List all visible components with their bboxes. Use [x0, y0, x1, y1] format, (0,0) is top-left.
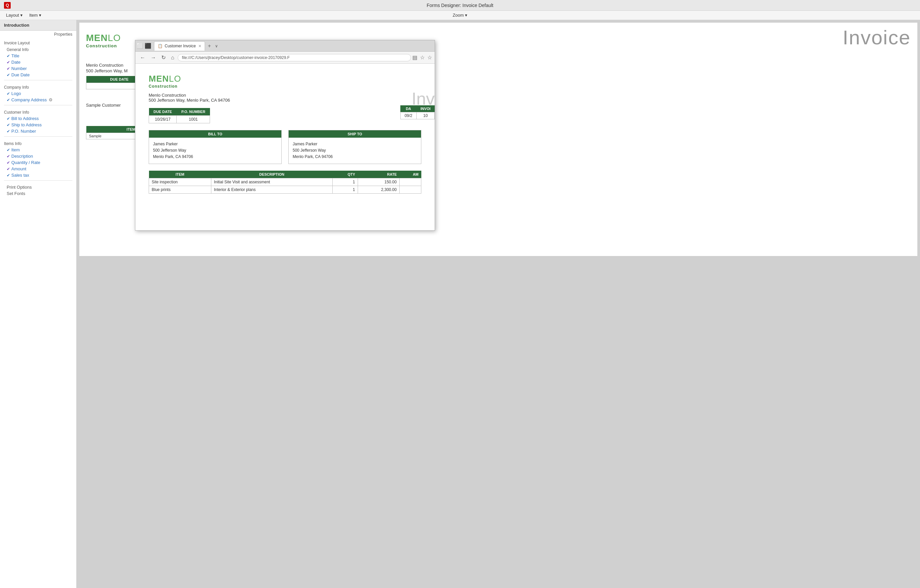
title-label: Title — [11, 53, 19, 58]
sidebar-item-description[interactable]: ✔ Description — [4, 153, 72, 159]
po-number-col-header: P.O. NUMBER — [177, 108, 210, 116]
invoice-layout-header: Invoice Layout — [4, 39, 72, 46]
browser-favorites-icon[interactable]: ☆ — [427, 54, 432, 61]
browser-tab-close[interactable]: ✕ — [198, 44, 201, 49]
check-item: ✔ — [6, 147, 10, 152]
inv-logo: MENLO Construction — [149, 74, 421, 89]
ship-to-header: SHIP TO — [289, 130, 421, 138]
amount-col-header: AM — [399, 171, 421, 178]
browser-forward-button[interactable]: → — [149, 54, 158, 62]
menu-item[interactable]: Item ▾ — [26, 12, 45, 19]
sidebar-item-logo[interactable]: ✔ Logo — [4, 90, 72, 97]
browser-tab-active[interactable]: 📋 Customer Invoice ✕ — [154, 41, 205, 51]
check-due-date: ✔ — [6, 73, 10, 77]
ship-to-address2: Menlo Park, CA 94706 — [293, 154, 417, 160]
title-bar-text: Forms Designer: Invoice Default — [427, 3, 493, 8]
bill-to-body: James Parker 500 Jefferson Way Menlo Par… — [149, 138, 281, 164]
sample-customer-bg: Sample Customer — [86, 103, 121, 108]
sidebar-item-number[interactable]: ✔ Number — [4, 65, 72, 72]
qty-col-header: QTY — [332, 171, 358, 178]
app-icon: Q — [4, 2, 11, 9]
sidebar-item-ship-to[interactable]: ✔ Ship to Address — [4, 121, 72, 128]
check-bill-to: ✔ — [6, 116, 10, 121]
logo-construction-bg: Construction — [86, 43, 121, 49]
company-info-header: Company Info — [4, 84, 72, 90]
browser-page-icon-1: ⬜ — [137, 43, 143, 49]
sidebar-section-items: Items Info ✔ Item ✔ Description ✔ Quanti… — [0, 138, 76, 179]
check-description: ✔ — [6, 154, 10, 159]
menu-zoom[interactable]: Zoom ▾ — [453, 13, 467, 18]
invoice-title-bg: Invoice — [843, 26, 911, 49]
browser-favorite-icon[interactable]: ☆ — [420, 54, 425, 61]
check-po-number: ✔ — [6, 129, 10, 134]
check-logo: ✔ — [6, 91, 10, 96]
browser-tab-bar: ⬜ ⬛ 📋 Customer Invoice ✕ + ∨ — [135, 40, 435, 52]
item-label: Item — [11, 147, 19, 152]
bill-to-address1: 500 Jefferson Way — [153, 147, 277, 154]
sidebar-item-bill-to[interactable]: ✔ Bill to Address — [4, 115, 72, 121]
browser-refresh-button[interactable]: ↻ — [159, 53, 168, 62]
company-addr-bg: 500 Jefferson Way, M — [86, 68, 128, 73]
sidebar-item-amount[interactable]: ✔ Amount — [4, 166, 72, 172]
sidebar-item-title[interactable]: ✔ Title — [4, 53, 72, 59]
company-address-label: Company Address — [11, 97, 47, 102]
inv-ship-to-box: SHIP TO James Parker 500 Jefferson Way M… — [288, 130, 421, 164]
table-row: 10/26/17 1001 — [149, 116, 210, 123]
sidebar-item-due-date[interactable]: ✔ Due Date — [4, 72, 72, 78]
customer-info-header: Customer Info — [4, 109, 72, 115]
sidebar-item-sales-tax[interactable]: ✔ Sales tax — [4, 172, 72, 178]
browser-tab-more[interactable]: ∨ — [213, 44, 220, 49]
bill-to-name: James Parker — [153, 141, 277, 147]
description-label: Description — [11, 154, 33, 159]
inv-company-address: 500 Jefferson Way, Menlo Park, CA 94706 — [149, 98, 421, 103]
description-col-header: DESCRIPTION — [211, 171, 332, 178]
check-ship-to: ✔ — [6, 123, 10, 127]
due-date-value: 10/26/17 — [149, 116, 177, 123]
browser-reader-icon[interactable]: ▤ — [412, 54, 417, 61]
rate-col-header: RATE — [358, 171, 399, 178]
company-name-bg: Menlo Construction — [86, 63, 123, 68]
bill-to-label: Bill to Address — [11, 116, 39, 121]
sidebar-item-qty-rate[interactable]: ✔ Quantity / Rate — [4, 159, 72, 166]
bill-to-header: BILL TO — [149, 130, 281, 138]
ship-to-label: Ship to Address — [11, 122, 42, 127]
main-layout: Introduction Properties Invoice Layout G… — [0, 20, 920, 588]
ship-to-address1: 500 Jefferson Way — [293, 147, 417, 154]
sidebar: Introduction Properties Invoice Layout G… — [0, 20, 77, 588]
browser-back-button[interactable]: ← — [138, 54, 147, 62]
logo-label: Logo — [11, 91, 21, 96]
sidebar-item-set-fonts[interactable]: Set Fonts — [4, 190, 72, 197]
print-options-label: Print Options — [6, 185, 32, 190]
bill-to-address2: Menlo Park, CA 94706 — [153, 154, 277, 160]
items-info-header: Items Info — [4, 140, 72, 147]
browser-tab-label: Customer Invoice — [165, 44, 196, 49]
due-date-label: Due Date — [11, 72, 30, 77]
table-row: Site inspection Initial Site Visit and a… — [149, 178, 421, 186]
sidebar-item-company-address[interactable]: ✔ Company Address ⚙ — [4, 97, 72, 103]
due-date-col-header: DUE DATE — [149, 108, 177, 116]
check-title: ✔ — [6, 53, 10, 58]
invoice-content: Inv DA INVOI 09/2 10 — [135, 64, 435, 230]
inv-logo-menlo: MENLO — [149, 74, 421, 84]
sales-tax-label: Sales tax — [11, 173, 29, 178]
sidebar-item-po-number[interactable]: ✔ P.O. Number — [4, 128, 72, 134]
gear-icon[interactable]: ⚙ — [49, 97, 53, 102]
check-sales-tax: ✔ — [6, 173, 10, 178]
logo-menlo-bg: MENLO — [86, 33, 121, 43]
browser-home-button[interactable]: ⌂ — [169, 54, 177, 62]
sidebar-section-invoice-layout: Invoice Layout General Info ✔ Title ✔ Da… — [0, 37, 76, 79]
sidebar-item-item[interactable]: ✔ Item — [4, 147, 72, 153]
browser-new-tab-button[interactable]: + — [206, 43, 213, 49]
menu-layout[interactable]: Layout ▾ — [3, 12, 26, 19]
browser-address-bar[interactable]: file:///C:/Users/jtracey/Desktop/custome… — [178, 54, 411, 62]
sidebar-item-print-options[interactable]: Print Options — [4, 184, 72, 190]
check-date: ✔ — [6, 60, 10, 65]
divider-4 — [4, 180, 72, 181]
check-company-address: ✔ — [6, 98, 10, 102]
browser-nav-icons: ▤ ☆ ☆ — [412, 54, 432, 61]
check-qty-rate: ✔ — [6, 160, 10, 165]
inv-addresses: BILL TO James Parker 500 Jefferson Way M… — [149, 130, 421, 164]
sidebar-item-date[interactable]: ✔ Date — [4, 59, 72, 65]
company-logo-bg: MENLO Construction — [86, 33, 121, 49]
general-info-header: General Info — [4, 46, 72, 53]
